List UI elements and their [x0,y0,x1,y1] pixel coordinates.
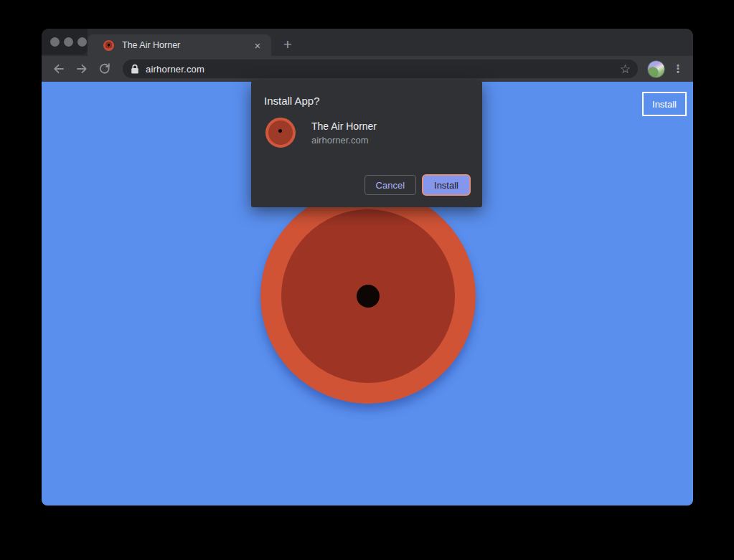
dialog-app-row: The Air Horner airhorner.com [264,118,471,148]
profile-avatar[interactable] [647,60,665,78]
reload-button[interactable] [95,60,114,78]
forward-arrow-icon [75,62,89,76]
air-horn-favicon-icon [103,40,114,51]
tab-strip: The Air Horner × + [42,29,693,56]
dialog-buttons: Cancel Install [264,174,471,196]
back-button[interactable] [50,60,68,78]
url-text[interactable]: airhorner.com [146,64,620,75]
browser-toolbar: airhorner.com ☆ ⋮ [42,56,693,82]
lock-icon [131,64,139,75]
window-controls [42,29,88,54]
tab-the-air-horner[interactable]: The Air Horner × [88,34,271,56]
app-origin: airhorner.com [311,135,377,146]
app-name: The Air Horner [311,120,377,132]
forward-button[interactable] [72,60,91,78]
browser-menu-icon[interactable]: ⋮ [671,61,685,77]
install-app-dialog: Install App? The Air Horner airhorner.co… [251,81,482,207]
air-horn-app-icon [265,118,296,148]
reload-icon [98,62,112,76]
minimize-window-button[interactable] [64,37,73,47]
tab-title: The Air Horner [122,40,251,50]
cancel-button[interactable]: Cancel [364,175,416,195]
air-horn-center-dot [357,285,380,308]
address-bar[interactable]: airhorner.com ☆ [123,60,638,78]
dialog-title: Install App? [264,95,471,107]
bookmark-star-icon[interactable]: ☆ [620,63,631,75]
air-horn-button[interactable] [260,189,476,404]
close-tab-icon[interactable]: × [251,39,264,52]
zoom-window-button[interactable] [77,37,87,47]
back-arrow-icon [52,62,66,76]
close-window-button[interactable] [50,37,60,47]
air-horn-inner-circle [281,209,455,383]
page-install-button[interactable]: Install [642,92,687,116]
install-button[interactable]: Install [422,174,471,196]
new-tab-button[interactable]: + [278,35,297,54]
